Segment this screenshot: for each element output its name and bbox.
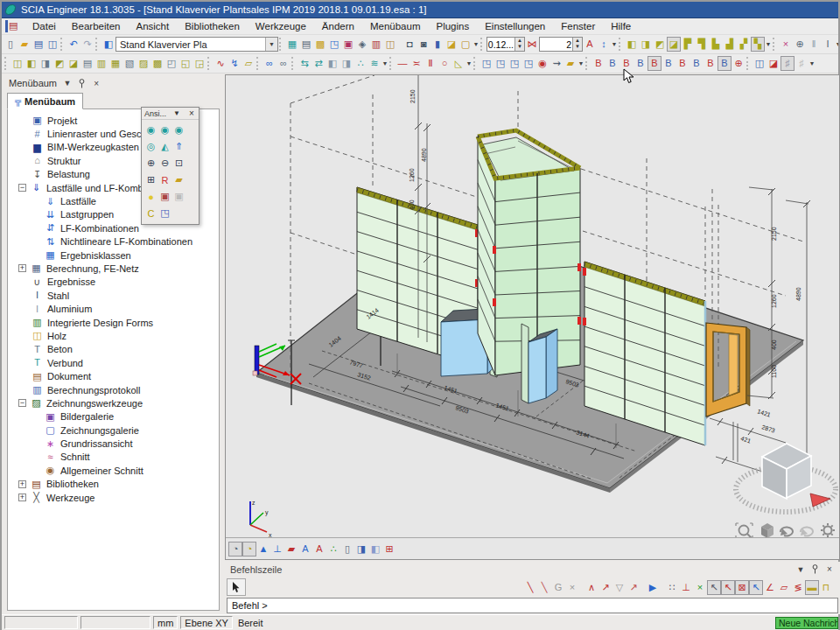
command-input[interactable]: Befehl > xyxy=(227,598,838,613)
axo-view-icon[interactable]: ▲ xyxy=(256,542,270,556)
walk-icon[interactable]: ⇑ xyxy=(172,139,186,154)
tree-item-ergebnisse[interactable]: ∪Ergebnisse xyxy=(8,276,219,289)
viewport-3d[interactable]: 2150489012604002150126048904001100140414… xyxy=(225,74,840,560)
preview-icon[interactable]: ◙ xyxy=(416,37,430,52)
light-icon[interactable]: ● xyxy=(144,189,158,204)
toolbar-dropdown-icon[interactable]: ▼ xyxy=(611,41,618,47)
mirror-icon[interactable]: ◧ xyxy=(326,56,340,71)
page-icon-3[interactable]: ◳ xyxy=(508,56,522,71)
status-units[interactable]: mm xyxy=(153,616,178,629)
tree-item-zeichnungsgalerie[interactable]: ▢Zeichnungsgalerie xyxy=(8,424,219,437)
menu-ändern[interactable]: Ändern xyxy=(314,19,362,33)
app-menu-icon[interactable]: ▤ xyxy=(5,20,19,32)
copy-icon[interactable]: ◳ xyxy=(327,37,341,52)
beam-connect-icon-1[interactable]: B xyxy=(592,56,606,71)
plane-icon[interactable]: ▱ xyxy=(242,56,256,71)
snap-off-icon[interactable]: × xyxy=(565,580,579,595)
zoom-out-icon[interactable]: ⊖ xyxy=(158,156,172,171)
snap-top-icon[interactable]: ⊓ xyxy=(819,580,833,595)
tree-item-zeichnungswerkzeuge[interactable]: −▨Zeichnungswerkzeuge xyxy=(8,396,219,410)
wave-icon[interactable]: ≋ xyxy=(368,56,382,71)
snap-end-icon[interactable]: ↗ xyxy=(598,580,612,595)
snapshot-disabled-icon[interactable]: ▣ xyxy=(172,189,186,204)
snap-grid-off-icon[interactable]: G xyxy=(551,580,565,595)
book-icon[interactable]: ▯ xyxy=(340,542,354,556)
toolbar-dropdown-icon[interactable]: ▼ xyxy=(382,60,388,66)
view-3d-icon[interactable]: ◳ xyxy=(158,206,172,220)
new-project-icon[interactable]: ▯ xyxy=(4,37,18,52)
circle-icon[interactable]: ○ xyxy=(438,56,452,71)
flag-display-icon[interactable]: ▰ xyxy=(284,542,298,556)
tree-item-werkzeuge[interactable]: +╳Werkzeuge xyxy=(8,491,219,504)
zoom-in-icon[interactable]: ⊕ xyxy=(144,156,158,171)
array-icon[interactable]: ◨ xyxy=(340,56,354,71)
status-plane[interactable]: Ebene XY xyxy=(180,616,233,629)
section-icon-14[interactable]: ◲ xyxy=(192,56,206,71)
menu-plugins[interactable]: Plugins xyxy=(428,19,477,33)
window-icon[interactable]: ◧ xyxy=(102,37,116,52)
view-y-icon[interactable]: ◉ xyxy=(158,122,172,137)
page-icon-4[interactable]: ◳ xyxy=(522,56,536,71)
menu-einstellungen[interactable]: Einstellungen xyxy=(477,19,553,33)
unit-icon[interactable]: ↕ xyxy=(597,37,611,52)
layers-icon[interactable]: ▤ xyxy=(299,37,313,52)
section-icon-12[interactable]: ◰ xyxy=(164,56,178,71)
section-icon-11[interactable]: ▩ xyxy=(150,56,164,71)
note-icon[interactable]: ▢ xyxy=(458,37,472,52)
page-icon-2[interactable]: ◳ xyxy=(494,56,508,71)
save-all-icon[interactable]: ◫ xyxy=(46,37,60,52)
doc-icon[interactable]: ◫ xyxy=(752,56,766,71)
snap-node-icon[interactable]: ↖ xyxy=(707,580,721,595)
tree-item-nichtlineare-lf-kombinationen[interactable]: ⇅Nichtlineare LF-Kombinationen xyxy=(8,235,219,248)
toolbar-dropdown-icon[interactable]: ▼ xyxy=(808,60,816,66)
load-display-icon[interactable]: ⊥ xyxy=(270,542,284,556)
view-x-icon[interactable]: ◉ xyxy=(144,122,158,137)
toolbar-dropdown-icon[interactable]: ▼ xyxy=(835,41,838,47)
menu-datei[interactable]: Datei xyxy=(24,19,64,33)
clipboard-icon[interactable]: ▦ xyxy=(285,37,299,52)
tree-expander[interactable]: − xyxy=(18,184,26,192)
snap-solid-icon[interactable]: ▬ xyxy=(805,580,819,595)
view-z-icon[interactable]: ◉ xyxy=(172,122,186,137)
run-icon[interactable]: ↯ xyxy=(228,56,242,71)
zoom-window-icon[interactable]: ⊡ xyxy=(172,156,186,171)
beam-connect-icon-10[interactable]: B xyxy=(718,56,732,71)
section-icon-2[interactable]: ◧ xyxy=(24,56,38,71)
render-set-icon[interactable]: ◨ xyxy=(354,542,368,556)
count-spinner[interactable]: 2▲▼ xyxy=(539,37,583,52)
section-icon-9[interactable]: ▧ xyxy=(122,56,136,71)
center-icon[interactable]: ⊕ xyxy=(732,56,746,71)
open-icon[interactable]: ▰ xyxy=(18,37,32,52)
calculator-icon[interactable]: ▮ xyxy=(430,37,444,52)
section-icon-6[interactable]: ▤ xyxy=(80,56,94,71)
save-icon[interactable]: ▤ xyxy=(32,37,46,52)
gallery-icon[interactable]: ▩ xyxy=(313,37,327,52)
layout-icon-7[interactable]: ▙ xyxy=(709,37,723,52)
section-icon-7[interactable]: ▥ xyxy=(94,56,108,71)
move-icon[interactable]: ⇆ xyxy=(298,56,312,71)
layout-icon-3[interactable]: ◩ xyxy=(653,37,667,52)
toolbar-dropdown-icon[interactable]: ▼ xyxy=(466,60,472,66)
toolbar-dropdown-icon[interactable]: ▼ xyxy=(472,41,480,47)
dock-dropdown-icon[interactable]: ▼ xyxy=(62,79,73,88)
scatter-icon[interactable]: ∴ xyxy=(354,56,368,71)
menu-hilfe[interactable]: Hilfe xyxy=(603,19,639,33)
command-close-icon[interactable]: × xyxy=(824,564,835,574)
beam-connect-icon-7[interactable]: B xyxy=(676,56,690,71)
eye-icon[interactable]: ◉ xyxy=(536,56,550,71)
link-icon[interactable]: ∞ xyxy=(262,56,276,71)
menu-bibliotheken[interactable]: Bibliotheken xyxy=(177,19,248,33)
beam-connect-icon-2[interactable]: B xyxy=(606,56,620,71)
snap-point-icon[interactable]: ↖ xyxy=(721,580,735,595)
snap-dotgrid-icon[interactable]: ∷ xyxy=(665,580,679,595)
fly-icon[interactable]: ⇝ xyxy=(550,56,564,71)
render-view-icon[interactable]: ◔ xyxy=(242,542,256,556)
ribbon-icon[interactable]: × xyxy=(779,37,793,52)
dock-close-icon[interactable]: × xyxy=(91,79,102,88)
layout-icon-5[interactable]: ▛ xyxy=(681,37,695,52)
grid3-icon[interactable]: ♯ xyxy=(794,56,808,71)
scale-spinner[interactable]: 0.12...▲▼ xyxy=(486,37,525,52)
undo-icon[interactable]: ↶ xyxy=(66,37,80,52)
beam-connect-icon-8[interactable]: B xyxy=(690,56,704,71)
snap-box-icon[interactable]: ⊠ xyxy=(735,580,749,595)
